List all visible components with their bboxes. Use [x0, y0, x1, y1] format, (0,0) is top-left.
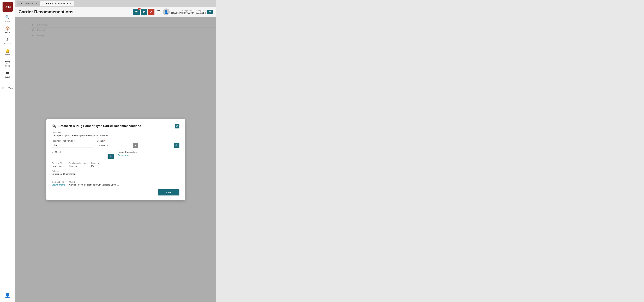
modal-title: Create New Plug Point of Type Carrier Re…: [58, 124, 173, 128]
user-avatar-icon: 👤: [4, 293, 10, 298]
subnet-group: Subnet * - Select - ▼: [97, 140, 180, 148]
user-info: Transportation Manager .off TMS.TRANSPOR…: [171, 10, 206, 14]
search-icon: 🔍: [5, 15, 10, 20]
sidebar-item-home[interactable]: 🏠 Home: [0, 24, 15, 36]
plug-point-version-group: Plug Point Type Version * 1.0 2.0 3.0: [52, 140, 93, 148]
formats-value: Pkl: [91, 165, 98, 167]
sidebar-item-problems[interactable]: ⚠ Problems: [0, 36, 15, 46]
ml-model-label: ML Model: [52, 151, 114, 153]
content-area: ◀ ▶Enterprise... ▶Enterprise... ▶Enterpr…: [15, 17, 216, 302]
form-row-4: Subnets Enterprise, Organization: [52, 170, 180, 175]
sidebar-item-chats[interactable]: 💬 Chats: [0, 58, 15, 69]
subnet-search-group: 🔍: [138, 143, 180, 148]
alerts-icon: 🔔: [5, 48, 10, 53]
user-avatar: 👤: [163, 8, 170, 15]
page-title: Carrier Recommendations: [18, 9, 132, 14]
subnets-display-group: Subnets Enterprise, Organization: [52, 170, 180, 175]
ml-model-input-row: 🔍: [52, 154, 114, 159]
page-header: Carrier Recommendations ★ ★ ↻ ✕ ☰ 👤 Tran…: [15, 7, 216, 17]
description-section: Description Look up the optimal route fo…: [52, 132, 180, 137]
main-area: Neo Dashboard ✕ Carrier Recommendations …: [15, 0, 216, 302]
formats-label: Formats: [91, 162, 98, 164]
header-menu-button[interactable]: ☰: [156, 9, 161, 15]
tab-close-neo-dashboard[interactable]: ✕: [36, 2, 38, 4]
input-schema-group: Input Schema View Schema: [52, 181, 65, 186]
description-label: Description: [52, 132, 180, 134]
tab-bar: Neo Dashboard ✕ Carrier Recommendations …: [15, 0, 216, 7]
modal-header: 🔌 Create New Plug Point of Type Carrier …: [52, 124, 180, 128]
user-section: 👤 Transportation Manager .off TMS.TRANSP…: [163, 8, 213, 15]
sidebar-item-avatar[interactable]: 👤: [0, 291, 15, 300]
modal-footer: Save: [52, 190, 180, 196]
plug-point-version-select[interactable]: 1.0 2.0 3.0: [52, 143, 93, 148]
sidebar-item-alerts[interactable]: 🔔 Alerts: [0, 46, 15, 58]
user-name: Transportation Manager .off: [171, 10, 206, 12]
problem-class-label: Problem Class: [52, 162, 65, 164]
plug-point-version-label: Plug Point Type Version *: [52, 140, 93, 142]
subnet-select-wrapper: - Select - ▼: [97, 143, 138, 148]
modal-close-button[interactable]: ✕: [175, 124, 180, 128]
serving-arch-value: Function: [69, 165, 87, 167]
output-group: Output Carrier Recommendations return va…: [69, 181, 119, 186]
view-schema-link[interactable]: View Schema: [52, 184, 65, 186]
subnet-input-row: - Select - ▼ 🔍: [97, 143, 180, 148]
input-schema-label: Input Schema: [52, 181, 65, 183]
problem-class-group: Problem Class Prediction: [52, 162, 65, 167]
ml-model-group: ML Model 🔍: [52, 151, 114, 159]
subnet-chevron-button[interactable]: ▼: [133, 143, 138, 148]
favorite-btn-wrapper: ★ ★: [133, 8, 140, 15]
tab-carrier-recommendations[interactable]: Carrier Recommendations ✕: [40, 1, 74, 6]
app-logo[interactable]: one: [2, 2, 13, 12]
close-page-button[interactable]: ✕: [148, 8, 154, 15]
problems-icon: ⚠: [6, 38, 9, 42]
tab-close-carrier-recommendations[interactable]: ✕: [70, 2, 72, 4]
serving-arch-group: Serving Architecture Function: [69, 162, 87, 167]
form-row-2: ML Model 🔍 Owning Organization CustomerA: [52, 151, 180, 159]
plug-icon: 🔌: [52, 124, 56, 128]
subnets-value: Enterprise, Organization: [52, 173, 180, 175]
sidebar-item-switch[interactable]: ⇄ Switch: [0, 69, 15, 80]
ml-model-search-button[interactable]: 🔍: [108, 154, 114, 159]
switch-icon: ⇄: [6, 71, 9, 75]
owning-org-group: Owning Organization CustomerA: [118, 151, 180, 156]
save-button[interactable]: Save: [158, 190, 180, 196]
notification-badge: ★: [138, 8, 140, 10]
form-row-5: Input Schema View Schema Output Carrier …: [52, 181, 180, 186]
menus-icon: ☰: [6, 82, 9, 86]
subnet-select[interactable]: - Select -: [97, 143, 133, 148]
home-icon: 🏠: [5, 26, 10, 31]
subnets-label: Subnets: [52, 170, 180, 172]
user-dropdown-button[interactable]: ▼: [207, 10, 213, 14]
output-value: Carrier Recommendations return value(as …: [69, 184, 119, 186]
sidebar-item-search[interactable]: 🔍 Search: [0, 13, 15, 24]
sidebar: one 🔍 Search 🏠 Home ⚠ Problems 🔔 Alerts …: [0, 0, 15, 302]
subnet-search-button[interactable]: 🔍: [174, 143, 180, 148]
refresh-button[interactable]: ↻: [140, 8, 147, 15]
description-text: Look up the optimal route for provided o…: [52, 134, 180, 137]
subnet-label: Subnet *: [97, 140, 180, 142]
formats-group: Formats Pkl: [91, 162, 98, 167]
ml-model-input[interactable]: [52, 154, 108, 159]
problem-class-value: Prediction: [52, 165, 65, 167]
modal-overlay: 🔌 Create New Plug Point of Type Carrier …: [15, 17, 216, 302]
tab-neo-dashboard[interactable]: Neo Dashboard ✕: [16, 1, 40, 6]
owning-org-label: Owning Organization: [118, 151, 180, 153]
output-label: Output: [69, 181, 119, 183]
form-row-3: Problem Class Prediction Serving Archite…: [52, 162, 180, 167]
subnet-required-marker: *: [104, 140, 105, 142]
serving-arch-label: Serving Architecture: [69, 162, 87, 164]
form-row-1: Plug Point Type Version * 1.0 2.0 3.0 Su…: [52, 140, 180, 148]
required-marker: *: [74, 140, 74, 142]
create-plug-point-modal: 🔌 Create New Plug Point of Type Carrier …: [46, 119, 185, 200]
user-role: TMS.TRANSPORTATION_MANAGER: [171, 12, 206, 14]
owning-org-value[interactable]: CustomerA: [118, 154, 180, 156]
sidebar-item-menus-favs[interactable]: ☰ Menus/Favs: [0, 80, 15, 91]
chats-icon: 💬: [5, 60, 10, 64]
subnet-search-input[interactable]: [138, 143, 173, 148]
